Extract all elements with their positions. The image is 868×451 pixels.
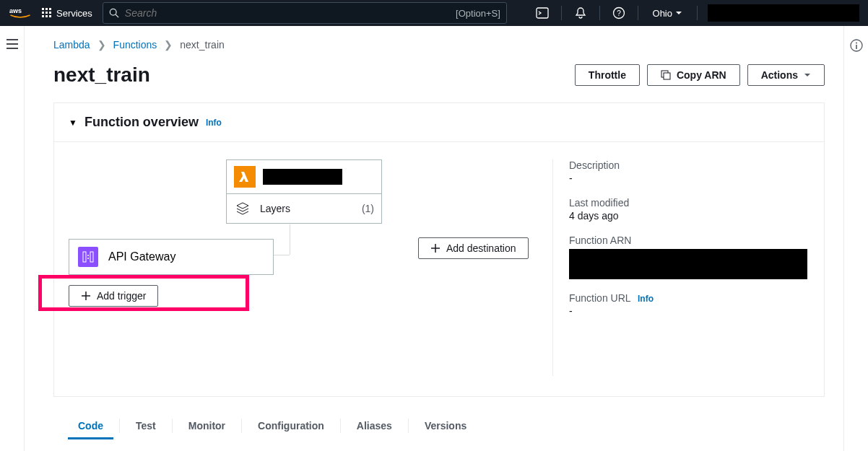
tab-monitor[interactable]: Monitor [173,413,241,439]
svg-rect-3 [49,8,51,10]
services-label: Services [56,8,92,19]
search-box[interactable]: [Option+S] [103,2,507,24]
top-nav: aws Services [Option+S] ? Ohio [0,0,868,26]
caret-down-icon [675,9,682,17]
region-selector[interactable]: Ohio [648,8,687,19]
function-url-label: Function URL Info [569,292,812,304]
notifications-icon[interactable] [572,6,589,19]
function-arn-label: Function ARN [569,235,812,246]
layers-icon [234,200,251,217]
actions-label: Actions [761,69,798,81]
svg-point-10 [110,9,116,15]
function-node[interactable]: Layers (1) [226,159,382,224]
copy-arn-button[interactable]: Copy ARN [647,64,740,86]
region-label: Ohio [653,8,672,19]
account-redacted[interactable] [708,4,859,22]
tab-code[interactable]: Code [62,413,119,439]
hamburger-icon [6,39,18,49]
side-drawer-toggle[interactable] [0,26,25,451]
overview-header[interactable]: ▼ Function overview Info [54,103,824,142]
chevron-right-icon: ❯ [97,39,106,51]
page-title: next_train [53,64,150,87]
plus-icon [430,243,440,253]
add-trigger-label: Add trigger [97,290,146,302]
function-tabs: Code Test Monitor Configuration Aliases … [53,413,825,439]
svg-rect-19 [664,73,670,79]
svg-rect-9 [49,15,51,17]
grid-icon [42,8,52,18]
services-menu[interactable]: Services [42,8,92,19]
tab-versions[interactable]: Versions [409,413,482,439]
last-modified-value: 4 days ago [569,210,812,222]
info-link[interactable]: Info [638,294,654,304]
tab-aliases[interactable]: Aliases [341,413,408,439]
throttle-button[interactable]: Throttle [575,64,640,86]
copy-icon [661,70,671,80]
svg-point-29 [856,43,857,44]
svg-rect-30 [856,45,857,49]
svg-point-23 [87,258,89,259]
aws-logo[interactable]: aws [9,6,32,19]
description-label: Description [569,159,812,171]
caret-down-icon [804,71,811,79]
svg-rect-5 [45,12,48,14]
breadcrumb-lambda[interactable]: Lambda [53,39,90,51]
cloudshell-icon[interactable] [534,6,551,19]
chevron-right-icon: ❯ [164,39,173,51]
trigger-api-gateway[interactable]: API Gateway [69,239,274,275]
svg-rect-8 [45,15,48,17]
layers-count: (1) [362,203,374,214]
function-diagram: Layers (1) API Gateway [66,159,552,376]
svg-text:?: ? [617,9,621,17]
overview-sidepane: Description - Last modified 4 days ago F… [552,159,812,376]
connector-line [274,255,290,255]
info-link[interactable]: Info [206,118,222,128]
info-drawer-toggle[interactable] [843,26,868,451]
plus-icon [81,291,91,301]
tab-test[interactable]: Test [120,413,172,439]
breadcrumb-functions[interactable]: Functions [113,39,157,51]
search-icon [109,8,119,18]
svg-rect-12 [537,8,548,18]
overview-title: Function overview [84,115,199,130]
description-value: - [569,172,812,184]
svg-point-22 [87,255,89,256]
connector-line [290,224,290,255]
breadcrumb-current: next_train [180,39,224,51]
layers-label: Layers [260,203,290,214]
overview-panel: ▼ Function overview Info [53,102,825,397]
search-input[interactable] [125,7,450,19]
function-url-value: - [569,305,812,317]
svg-rect-4 [42,12,44,14]
page-header: next_train Throttle Copy ARN Actions [53,64,825,87]
layers-row[interactable]: Layers (1) [227,194,381,223]
copy-arn-label: Copy ARN [677,69,726,81]
actions-dropdown[interactable]: Actions [747,64,825,86]
svg-rect-2 [45,8,48,10]
svg-rect-1 [42,8,44,10]
lambda-icon [234,166,256,188]
trigger-label: API Gateway [108,250,175,263]
add-destination-label: Add destination [446,242,516,254]
svg-line-11 [116,14,118,17]
info-icon [850,39,863,52]
function-name-redacted [263,169,342,185]
add-trigger-button[interactable]: Add trigger [69,285,158,307]
svg-rect-6 [49,12,51,14]
api-gateway-icon [78,247,98,267]
tab-configuration[interactable]: Configuration [242,413,340,439]
svg-rect-7 [42,15,44,17]
svg-rect-21 [90,252,93,262]
svg-text:aws: aws [9,7,22,14]
caret-down-icon: ▼ [69,118,77,128]
breadcrumb: Lambda ❯ Functions ❯ next_train [53,39,825,51]
last-modified-label: Last modified [569,197,812,209]
help-icon[interactable]: ? [610,6,628,19]
header-actions: Throttle Copy ARN Actions [575,64,825,86]
add-destination-button[interactable]: Add destination [418,237,529,259]
svg-rect-20 [83,252,86,262]
search-shortcut: [Option+S] [456,8,500,19]
function-arn-redacted [569,249,807,279]
main-content: Lambda ❯ Functions ❯ next_train next_tra… [25,26,843,451]
